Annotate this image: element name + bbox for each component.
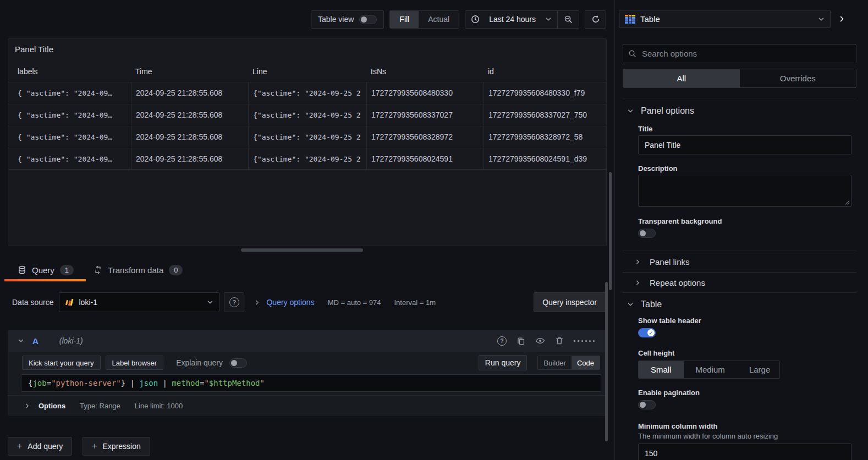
interval-stat: Interval = 1m: [394, 298, 436, 307]
cell-height-large[interactable]: Large: [737, 361, 780, 378]
zoom-out-icon: [564, 15, 573, 24]
log-table-header: labels Time Line tsNs id: [8, 61, 606, 82]
drag-handle[interactable]: [574, 340, 595, 342]
enable-pagination-label: Enable pagination: [638, 389, 856, 397]
datasource-row: Data source loki-1 ? Query optio: [12, 292, 606, 312]
chevron-down-icon: [545, 16, 552, 23]
builder-tab[interactable]: Builder: [538, 356, 571, 369]
tab-overrides[interactable]: Overrides: [740, 69, 856, 87]
cell-tsns: 1727279935608480330: [366, 82, 484, 104]
table-row: { "asctime": "2024-09… 2024-09-25 21:28:…: [8, 82, 606, 104]
datasource-label: Data source: [12, 298, 53, 307]
repeat-options-row[interactable]: Repeat options: [623, 272, 856, 293]
table-view-toggle[interactable]: [359, 15, 377, 24]
all-overrides-group: All Overrides: [623, 69, 856, 88]
fill-actual-group: Fill Actual: [389, 10, 459, 29]
chevron-right-icon: [635, 259, 641, 265]
query-inspector-button[interactable]: Query inspector: [534, 292, 606, 312]
query-help-button[interactable]: ?: [497, 336, 507, 346]
query-options-toggle[interactable]: Query options: [254, 298, 314, 307]
vertical-scrollbar-query[interactable]: [605, 282, 608, 441]
duplicate-query-button[interactable]: [517, 336, 525, 345]
toggle-visibility-button[interactable]: [535, 336, 545, 345]
panel-options-section-header[interactable]: Panel options: [627, 106, 856, 116]
cell-labels: { "asctime": "2024-09…: [8, 104, 131, 126]
zoom-out-button[interactable]: [557, 11, 579, 28]
table-row: { "asctime": "2024-09… 2024-09-25 21:28:…: [8, 104, 606, 126]
fill-button[interactable]: Fill: [390, 11, 419, 28]
chevron-down-icon: [627, 301, 634, 308]
tab-query[interactable]: Query 1: [13, 265, 78, 275]
cell-line: {"asctime": "2024-09-25 2: [248, 148, 366, 169]
chevron-right-icon: [24, 403, 30, 409]
enable-pagination-toggle[interactable]: [638, 400, 656, 409]
clock-icon: [471, 15, 480, 24]
cell-height-small[interactable]: Small: [639, 361, 684, 378]
datasource-value: loki-1: [79, 298, 97, 307]
search-options-input[interactable]: [641, 48, 851, 59]
explain-query-toggle[interactable]: [229, 358, 247, 368]
transform-icon: [94, 265, 102, 274]
title-field[interactable]: [638, 135, 851, 154]
horizontal-scrollbar-thumb[interactable]: [241, 248, 363, 252]
collapse-chevron-icon[interactable]: [18, 337, 24, 344]
editor-tabs: Query 1 Transform data 0: [0, 258, 614, 281]
run-query-button[interactable]: Run query: [479, 355, 528, 370]
column-header-tsns[interactable]: tsNs: [366, 67, 484, 76]
cell-tsns: 1727279935608328972: [366, 126, 484, 148]
chevron-down-icon: [627, 108, 634, 114]
min-column-width-field[interactable]: [638, 444, 851, 460]
panel-links-row[interactable]: Panel links: [623, 251, 856, 272]
kick-start-button[interactable]: Kick start your query: [22, 356, 101, 370]
query-options-row[interactable]: Options Type: Range Line limit: 1000: [8, 395, 606, 416]
cell-height-label: Cell height: [638, 349, 856, 357]
expression-button[interactable]: + Expression: [83, 437, 150, 456]
delete-query-button[interactable]: [555, 336, 564, 345]
tab-all[interactable]: All: [623, 69, 740, 87]
query-row-header[interactable]: A (loki-1) ?: [8, 330, 606, 352]
chevron-right-icon: [635, 280, 641, 286]
explain-query-label: Explain query: [176, 358, 223, 367]
transparent-background-toggle[interactable]: [638, 229, 656, 238]
query-editor-card: A (loki-1) ? Kick start y: [8, 330, 606, 416]
divider: [623, 98, 856, 98]
editor-toolbar: Table view Fill Actual Last 24 hours: [0, 0, 614, 38]
cell-labels: { "asctime": "2024-09…: [8, 82, 131, 104]
column-header-labels[interactable]: labels: [8, 67, 131, 76]
plus-icon: +: [92, 441, 97, 451]
add-query-button[interactable]: + Add query: [8, 437, 72, 456]
table-viz-icon: [625, 15, 635, 24]
column-header-line[interactable]: Line: [248, 67, 366, 76]
time-range-picker[interactable]: Last 24 hours: [465, 15, 557, 24]
refresh-button[interactable]: [585, 10, 606, 29]
panel-links-label: Panel links: [650, 257, 690, 267]
label-browser-button[interactable]: Label browser: [106, 356, 164, 370]
options-sidebar: Table All Overrides: [614, 0, 868, 460]
tab-transform-data[interactable]: Transform data 0: [89, 265, 187, 275]
column-header-time[interactable]: Time: [131, 67, 248, 76]
sidebar-collapse-button[interactable]: [833, 10, 850, 28]
builder-code-group: Builder Code: [537, 356, 600, 370]
cell-tsns: 1727279935608337027: [366, 104, 484, 126]
visualization-picker[interactable]: Table: [619, 10, 831, 28]
show-table-header-toggle[interactable]: [638, 328, 656, 337]
plus-icon: +: [17, 441, 22, 451]
code-tab[interactable]: Code: [572, 356, 600, 369]
datasource-help-button[interactable]: ?: [224, 292, 244, 312]
cell-id: 1727279935608024591_d39: [484, 148, 606, 169]
cell-id: 1727279935608328972_58: [484, 126, 606, 148]
column-header-id[interactable]: id: [484, 67, 606, 76]
query-code-input[interactable]: {job="python-server"} | json | method="$…: [21, 374, 601, 392]
cell-height-medium[interactable]: Medium: [684, 361, 737, 378]
panel-title: Panel Title: [8, 39, 606, 54]
cell-line: {"asctime": "2024-09-25 2: [248, 82, 366, 104]
resize-handle-icon[interactable]: [845, 200, 850, 205]
description-label: Description: [638, 164, 856, 173]
datasource-picker[interactable]: loki-1: [59, 292, 219, 312]
options-type: Type: Range: [80, 402, 120, 410]
table-section-header[interactable]: Table: [627, 300, 856, 309]
actual-button[interactable]: Actual: [419, 11, 459, 28]
cell-time: 2024-09-25 21:28:55.608: [131, 148, 248, 169]
description-field[interactable]: [638, 175, 851, 207]
sidebar-body: All Overrides Panel options Title Descri…: [615, 28, 868, 460]
